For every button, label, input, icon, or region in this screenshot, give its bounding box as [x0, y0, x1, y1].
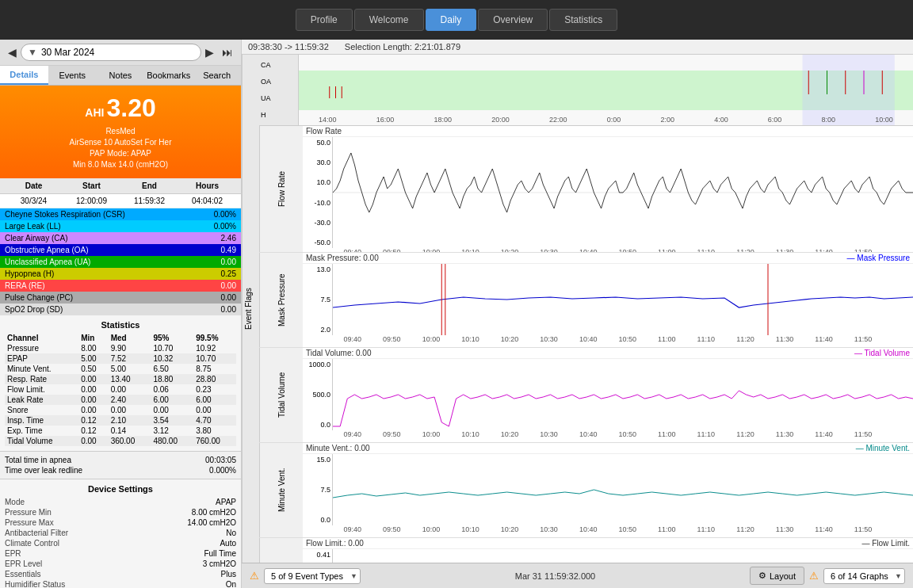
graphs-dropdown[interactable]: 6 of 14 Graphs — [823, 568, 905, 584]
settings-row: Pressure Min8.00 cmH2O — [5, 507, 236, 517]
date-headers: Date Start End Hours — [0, 178, 241, 194]
event-csr: Cheyne Stokes Respiration (CSR) 0.00% — [0, 208, 241, 220]
gear-icon: ⚙ — [758, 571, 766, 581]
table-row: Pressure8.009.9010.7010.92 — [5, 343, 236, 353]
event-ca: Clear Airway (CA) 2.46 — [0, 232, 241, 244]
date-display[interactable]: ▼ 30 Mar 2024 — [21, 44, 201, 61]
table-row: EPAP5.007.5210.3210.70 — [5, 353, 236, 364]
table-row: Exp. Time0.120.143.123.80 — [5, 426, 236, 436]
bottom-bar: ⚠ 5 of 9 Event Types Mar 31 11:59:32.000… — [242, 563, 913, 588]
prev-date-button[interactable]: ◀ — [4, 44, 21, 60]
table-row: Leak Rate0.002.406.006.00 — [5, 395, 236, 405]
minute-vent-header: Minute Vent.: 0.00 — Minute Vent. — [303, 443, 913, 454]
tab-welcome[interactable]: Welcome — [354, 9, 424, 31]
ahi-label: AHI — [85, 106, 104, 119]
settings-row: EPR Level3 cmH2O — [5, 559, 236, 569]
date-nav: ◀ ▼ 30 Mar 2024 ▶ ⏭ — [0, 40, 241, 66]
tab-overview[interactable]: Overview — [478, 9, 548, 31]
settings-row: Pressure Max14.00 cmH2O — [5, 517, 236, 528]
mask-pressure-header: Mask Pressure: 0.00 — Mask Pressure — [303, 253, 913, 264]
settings-row: Antibacterial FilterNo — [5, 528, 236, 538]
tidal-volume-content: Tidal Volume: 0.00 — Tidal Volume 1000.0… — [303, 348, 913, 442]
device-model: AirSense 10 AutoSet For Her — [8, 137, 233, 148]
event-types-select[interactable]: 5 of 9 Event Types — [264, 568, 361, 584]
charts-area: Event Flags CAOAUAH — [242, 55, 913, 563]
timeline-range: 09:38:30 -> 11:59:32 — [248, 42, 329, 52]
device-pressure: Min 8.0 Max 14.0 (cmH2O) — [8, 159, 233, 170]
event-types-dropdown[interactable]: 5 of 9 Event Types — [264, 568, 361, 584]
graphs-select[interactable]: 6 of 14 Graphs — [823, 568, 905, 584]
last-date-button[interactable]: ⏭ — [218, 44, 237, 60]
event-oa: Obstructive Apnea (OA) 0.49 — [0, 244, 241, 256]
event-sd: SpO2 Drop (SD) 0.00 — [0, 304, 241, 315]
table-row: Minute Vent.0.505.006.508.75 — [5, 364, 236, 374]
tab-search[interactable]: Search — [193, 66, 241, 85]
ahi-display: AHI 3.20 — [8, 94, 233, 123]
timestamp-display: Mar 31 11:59:32.000 — [515, 571, 596, 581]
tab-bookmarks[interactable]: Bookmarks — [144, 66, 193, 85]
warn-icon-left: ⚠ — [250, 570, 259, 582]
tidal-volume-label: Tidal Volume — [259, 348, 303, 442]
warn-icon-right: ⚠ — [809, 570, 819, 582]
left-panel: ◀ ▼ 30 Mar 2024 ▶ ⏭ Details Events Notes… — [0, 40, 242, 588]
minute-vent-svg — [333, 454, 913, 525]
date-values: 30/3/24 12:00:09 11:59:32 04:04:02 — [0, 194, 241, 208]
ahi-val2: 3.20 — [106, 94, 155, 122]
flow-limit-content: Flow Limit.: 0.00 — Flow Limit. 0.410.27… — [303, 538, 913, 563]
tidal-volume-header: Tidal Volume: 0.00 — Tidal Volume — [303, 348, 913, 359]
current-date: 30 Mar 2024 — [41, 47, 94, 58]
mask-pressure-svg — [333, 264, 913, 335]
chart-mask-pressure: Mask Pressure Mask Pressure: 0.00 — Mask… — [259, 253, 913, 348]
total-leak: Time over leak redline 0.000% — [5, 465, 236, 475]
tab-statistics[interactable]: Statistics — [549, 9, 617, 31]
device-settings-title: Device Settings — [5, 484, 236, 494]
settings-row: Humidifier StatusOn — [5, 579, 236, 588]
overview-svg — [299, 55, 913, 125]
device-pap: PAP Mode: APAP — [8, 148, 233, 159]
tab-daily[interactable]: Daily — [426, 9, 477, 31]
dropdown-icon: ▼ — [28, 47, 37, 58]
totals-section: Total time in apnea 00:03:05 Time over l… — [0, 451, 241, 479]
chart-minute-vent: Minute Vent. Minute Vent.: 0.00 — Minute… — [259, 443, 913, 538]
table-row: Resp. Rate0.0013.4018.8028.80 — [5, 374, 236, 384]
device-settings: Device Settings ModeAPAPPressure Min8.00… — [0, 479, 241, 588]
tidal-volume-svg — [333, 359, 913, 430]
tab-details[interactable]: Details — [0, 66, 48, 85]
layout-button[interactable]: ⚙ Layout — [750, 567, 804, 585]
event-h: Hypopnea (H) 0.25 — [0, 268, 241, 280]
total-apnea: Total time in apnea 00:03:05 — [5, 455, 236, 465]
statistics-section: Statistics Channel Min Med 95% 99.5% Pre… — [0, 315, 241, 451]
flow-limit-svg — [333, 549, 913, 563]
selection-length: Selection Length: 2:21:01.879 — [345, 42, 460, 52]
timeline-header: 09:38:30 -> 11:59:32 Selection Length: 2… — [242, 40, 913, 55]
tab-profile[interactable]: Profile — [296, 9, 353, 31]
chart-flow-rate: Flow Rate Flow Rate 50.030.010.0-10.0-30… — [259, 126, 913, 253]
left-tab-bar: Details Events Notes Bookmarks Search — [0, 66, 241, 86]
flow-rate-svg — [333, 137, 913, 248]
overview-chart: CAOAUAH — [259, 55, 913, 126]
mask-pressure-label: Mask Pressure — [259, 253, 303, 347]
ahi-section: AHI 3.20 ResMed AirSense 10 AutoSet For … — [0, 86, 241, 178]
flow-limit-label: Flow Limit. — [259, 538, 303, 563]
tab-events[interactable]: Events — [48, 66, 97, 85]
bottom-bar-left: ⚠ 5 of 9 Event Types — [250, 568, 361, 584]
table-row: Flow Limit.0.000.000.060.23 — [5, 384, 236, 395]
device-brand: ResMed — [8, 126, 233, 137]
settings-row: EPRFull Time — [5, 548, 236, 559]
mask-pressure-content: Mask Pressure: 0.00 — Mask Pressure 13.0… — [303, 253, 913, 347]
table-row: Snore0.000.000.000.00 — [5, 405, 236, 415]
bottom-bar-right: ⚙ Layout ⚠ 6 of 14 Graphs — [750, 567, 905, 585]
stats-title: Statistics — [5, 320, 236, 330]
event-pc: Pulse Change (PC) 0.00 — [0, 292, 241, 304]
settings-row: ModeAPAP — [5, 497, 236, 507]
next-date-button[interactable]: ▶ — [201, 44, 218, 60]
svg-rect-1 — [803, 55, 895, 125]
minute-vent-label: Minute Vent. — [259, 443, 303, 537]
tab-notes[interactable]: Notes — [97, 66, 145, 85]
top-nav: Profile Welcome Daily Overview Statistic… — [0, 0, 913, 40]
charts-container[interactable]: CAOAUAH — [259, 55, 913, 563]
stats-table: Channel Min Med 95% 99.5% Pressure8.009.… — [5, 333, 236, 446]
right-panel: 09:38:30 -> 11:59:32 Selection Length: 2… — [242, 40, 913, 588]
event-ua: Unclassified Apnea (UA) 0.00 — [0, 256, 241, 268]
events-list: Cheyne Stokes Respiration (CSR) 0.00% La… — [0, 208, 241, 315]
